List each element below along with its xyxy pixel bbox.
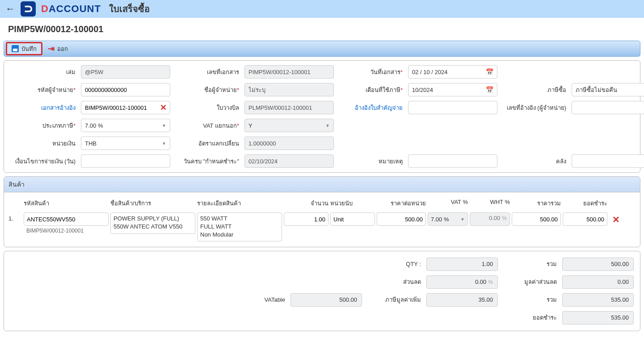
calendar-icon[interactable]: 📅 (486, 68, 493, 75)
vat-value: 35.00 (426, 293, 498, 307)
exit-icon: ⇥ (48, 44, 55, 54)
bill-input (244, 101, 334, 114)
currency-label: หน่วยเงิน (10, 139, 77, 148)
vatable-value: 500.00 (290, 293, 362, 307)
qty-total-value: 1.00 (426, 258, 498, 271)
item-total-input[interactable] (512, 212, 561, 226)
col-unit: หน่วยนับ (330, 199, 375, 208)
discount-amt-label: มูลค่าส่วนลด (503, 277, 557, 287)
credit-label: เงื่อนไขการจ่ายเงิน (วัน) (10, 157, 77, 166)
remark-label: หมายเหตุ (337, 157, 404, 166)
items-header-row: รหัสสินค้า ชื่อสินค้า/บริการ รายละเอียดส… (8, 196, 636, 211)
vendor-name-label: ชื่อผู้จำหน่าย* (174, 85, 241, 95)
net-value: 535.00 (562, 311, 634, 324)
col-pay: ยอดชำระ (563, 199, 607, 208)
item-detail-input[interactable]: 550 WATT FULL WATT Non Modular (197, 212, 282, 241)
vat-label: ภาษีมูลค่าเพิ่ม (367, 295, 421, 304)
table-row: 1. BIMP5W/00012-100001 POWER SUPPLY (FUL… (8, 211, 636, 243)
clear-icon[interactable]: ✕ (160, 103, 167, 112)
items-card: สินค้า รหัสสินค้า ชื่อสินค้า/บริการ รายล… (4, 176, 640, 247)
discount-label: ส่วนลด (367, 277, 421, 287)
item-wht-input: 0.00% (470, 212, 510, 226)
vendor-name-input (244, 83, 334, 96)
page-type: ใบเสร็จซื้อ (109, 2, 150, 16)
chevron-down-icon: ▼ (162, 123, 166, 128)
tax-month-input[interactable]: 10/2024 📅 (408, 83, 497, 96)
logo-icon (21, 1, 36, 17)
due-input (244, 154, 334, 168)
vat-sep-label: VAT แยกนอก* (174, 121, 241, 130)
col-qty: จำนวน (284, 199, 328, 208)
back-icon[interactable]: ← (5, 3, 15, 15)
chevron-down-icon: ▼ (460, 217, 465, 222)
payment-ref-label[interactable]: อ้างอิงใบสำคัญจ่าย (337, 103, 404, 112)
vatable-label: VATable (240, 296, 285, 303)
col-total: ราคารวม (512, 199, 561, 208)
item-unit-price-input[interactable] (377, 212, 426, 226)
warehouse-label: คลัง (501, 157, 568, 166)
calendar-icon[interactable]: 📅 (486, 86, 493, 93)
delete-row-icon[interactable]: ✕ (609, 212, 623, 225)
book-input (81, 65, 170, 79)
items-section-title: สินค้า (4, 177, 640, 192)
remark-input[interactable] (408, 154, 497, 168)
currency-select[interactable]: THB ▼ (81, 137, 170, 150)
col-code: รหัสสินค้า (24, 199, 109, 208)
app-header: ← DACCOUNT ใบเสร็จซื้อ (0, 0, 644, 18)
discount-amt-value: 0.00 (562, 275, 634, 289)
item-code-input[interactable] (24, 212, 109, 226)
tax-type-label: ประเภทภาษี* (10, 121, 77, 130)
col-unit-price: ราคาต่อหน่วย (377, 199, 426, 208)
sum-value: 500.00 (562, 258, 634, 271)
save-button[interactable]: บันทึก (6, 42, 42, 55)
form-card: เล่ม เลขที่เอกสาร วันที่เอกสาร* 02 / 10 … (4, 60, 640, 173)
doc-no-label: เลขที่เอกสาร (174, 67, 241, 77)
exrate-label: อัตราแลกเปลี่ยน (174, 139, 241, 148)
sum-label: รวม (503, 259, 557, 269)
col-detail: รายละเอียดสินค้า (197, 199, 282, 208)
vendor-code-input[interactable] (81, 83, 170, 96)
due-label: วันครบ "กำหนดชำระ" (174, 157, 241, 166)
row-no: 1. (8, 212, 22, 222)
exrate-input (244, 137, 334, 150)
grand-value: 535.00 (562, 293, 634, 307)
doc-date-label: วันที่เอกสาร* (337, 67, 404, 77)
tax-month-label: เดือนที่ใช้ภาษี* (337, 85, 404, 95)
item-name-input[interactable]: POWER SUPPLY (FULL) 550W ANTEC ATOM V550 (110, 212, 195, 234)
bill-label: ใบวางบิล (174, 103, 241, 112)
warehouse-input[interactable] (572, 154, 644, 168)
net-label: ยอดชำระ (503, 313, 557, 322)
col-vat: VAT % (428, 199, 468, 208)
col-name: ชื่อสินค้า/บริการ (110, 199, 195, 208)
save-icon (12, 45, 19, 52)
doc-no-input (244, 65, 334, 79)
item-code-sub: BIMP5W/00012-100001 (24, 228, 109, 234)
book-label: เล่ม (10, 67, 77, 77)
grand-label: รวม (503, 295, 557, 304)
chevron-down-icon: ▼ (162, 141, 166, 146)
tax-type-select[interactable]: 7.00 % ▼ (81, 119, 170, 132)
exit-button[interactable]: ⇥ ออก (43, 42, 72, 55)
purchase-tax-select[interactable]: ภาษีซื้อไม่ขอคืน ▼ (572, 83, 644, 96)
item-unit-input[interactable] (330, 212, 375, 226)
col-wht: WHT % (470, 199, 510, 208)
chevron-down-icon: ▼ (325, 123, 330, 128)
item-qty-input[interactable] (284, 212, 328, 226)
doc-date-input[interactable]: 02 / 10 / 2024 📅 (408, 65, 497, 79)
qty-total-label: QTY : (367, 261, 421, 267)
vendor-ref-label: เลขที่อ้างอิง (ผู้จำหน่าย) (501, 103, 568, 112)
item-pay-input[interactable] (563, 212, 607, 226)
item-vat-select[interactable]: 7.00 % ▼ (428, 212, 468, 226)
discount-value: 0.00% (426, 275, 498, 289)
totals-card: QTY : 1.00 รวม 500.00 ส่วนลด 0.00% มูลค่… (4, 251, 640, 331)
payment-ref-input[interactable] (408, 101, 497, 114)
ref-doc-input[interactable] (81, 101, 170, 114)
vendor-ref-input[interactable] (572, 101, 644, 114)
toolbar: บันทึก ⇥ ออก (4, 41, 640, 57)
vendor-code-label: รหัสผู้จำหน่าย* (10, 85, 77, 95)
vat-sep-select[interactable]: Y ▼ (244, 119, 334, 132)
purchase-tax-label: ภาษีซื้อ (501, 85, 568, 95)
exit-label: ออก (57, 44, 68, 54)
credit-input[interactable] (81, 154, 170, 168)
ref-doc-label[interactable]: เอกสารอ้างอิง (10, 103, 77, 112)
